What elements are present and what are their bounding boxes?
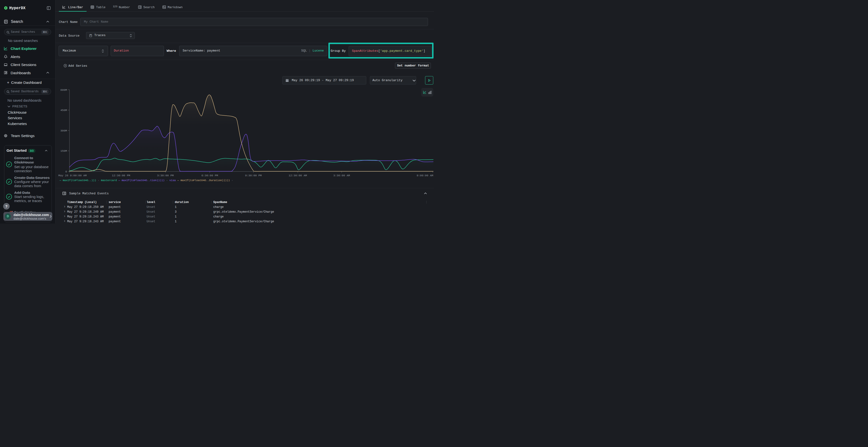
svg-text:12:30:00 AM: 12:30:00 AM — [289, 174, 307, 177]
svg-text:450M: 450M — [60, 109, 67, 112]
svg-text:3:30:00 AM: 3:30:00 AM — [333, 174, 350, 177]
svg-text:150M: 150M — [60, 149, 67, 152]
svg-text:300M: 300M — [60, 129, 67, 132]
svg-text:3:30:00 PM: 3:30:00 PM — [157, 174, 174, 177]
svg-text:6:30:00 PM: 6:30:00 PM — [201, 174, 218, 177]
svg-text:9:00:00 AM: 9:00:00 AM — [416, 174, 433, 177]
svg-text:12:30:00 PM: 12:30:00 PM — [112, 174, 130, 177]
svg-text:9:30:00 PM: 9:30:00 PM — [245, 174, 261, 177]
svg-text:0: 0 — [65, 170, 67, 173]
svg-text:600M: 600M — [60, 89, 67, 92]
svg-text:May 26 9:00:00 AM: May 26 9:00:00 AM — [58, 174, 87, 177]
